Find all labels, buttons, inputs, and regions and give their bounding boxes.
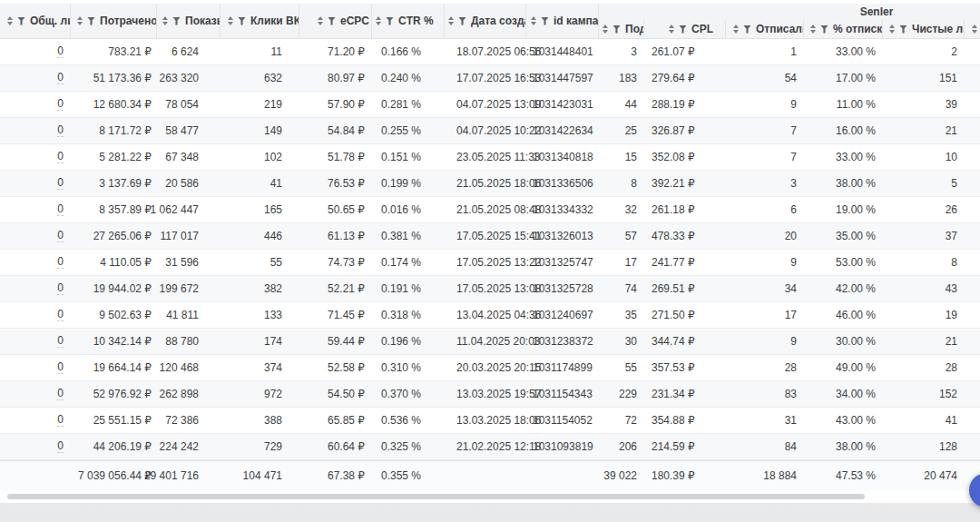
sort-icon[interactable]	[376, 16, 381, 25]
cell-obsh_lim: 0	[0, 197, 71, 222]
limit-value[interactable]: 0	[57, 361, 64, 374]
table-row[interactable]: 027 265.06 ₽117 01744661.13 ₽0.381 %17.0…	[0, 223, 980, 250]
column-header-ecpc[interactable]: eCPC	[299, 4, 372, 38]
limit-value[interactable]: 0	[57, 282, 64, 295]
table-row[interactable]: 05 281.22 ₽67 34810251.78 ₽0.151 %23.05.…	[0, 144, 980, 171]
table-row[interactable]: 0783.21 ₽6 6241171.20 ₽0.166 %18.07.2025…	[0, 39, 980, 65]
limit-value[interactable]: 0	[57, 151, 64, 163]
cell-obsh_lim: 0	[0, 171, 71, 196]
column-header-kliki_vk[interactable]: Клики ВК	[220, 4, 299, 38]
limit-value[interactable]: 0	[57, 335, 64, 348]
sort-icon[interactable]	[810, 25, 816, 34]
cell-chistye_lidy: 8	[883, 250, 965, 275]
sort-icon[interactable]	[603, 25, 608, 34]
cell-pokazy: 31 596	[157, 250, 220, 275]
limit-value[interactable]: 0	[57, 440, 64, 453]
scrollbar-thumb[interactable]	[7, 494, 865, 499]
cell-podpiski: 183	[599, 65, 644, 91]
table-row[interactable]: 019 664.14 ₽120 46837452.58 ₽0.310 %20.0…	[0, 355, 980, 381]
column-header-id_kampanii[interactable]: id кампании	[526, 4, 599, 38]
cell-kliki_vk: 104 471	[220, 461, 299, 490]
sort-icon[interactable]	[733, 25, 739, 34]
sort-icon[interactable]	[448, 16, 454, 25]
filter-icon[interactable]	[386, 17, 394, 25]
cell-pokazy: 224 242	[157, 434, 220, 459]
filter-icon[interactable]	[541, 17, 549, 25]
cell-otpisalis: 1	[726, 39, 804, 64]
table-row[interactable]: 010 342.14 ₽88 78017459.44 ₽0.196 %11.04…	[0, 329, 980, 355]
cell-pokazy: 41 811	[157, 302, 220, 328]
filter-icon[interactable]	[458, 17, 466, 25]
sort-icon[interactable]	[972, 25, 977, 34]
totals-row: 7 039 056.44 ₽29 401 716104 47167.38 ₽0.…	[0, 460, 980, 490]
sort-icon[interactable]	[531, 16, 536, 25]
sort-icon[interactable]	[318, 16, 323, 25]
filter-icon[interactable]	[328, 17, 336, 25]
column-header-cpl[interactable]: CPL	[644, 20, 726, 38]
filter-icon[interactable]	[238, 17, 246, 25]
table-row[interactable]: 04 110.05 ₽31 5965574.73 ₽0.174 %17.05.2…	[0, 250, 980, 276]
limit-value[interactable]: 0	[57, 124, 64, 137]
sort-icon[interactable]	[162, 16, 168, 25]
limit-value[interactable]: 0	[57, 203, 64, 216]
cell-potracheno: 51 173.36 ₽	[71, 65, 157, 91]
horizontal-scrollbar[interactable]	[0, 490, 980, 503]
cell-pokazy: 20 586	[157, 171, 220, 196]
table-row[interactable]: 012 680.34 ₽78 05421957.90 ₽0.281 %04.07…	[0, 92, 980, 118]
cell-id_kampanii: 1031422634	[526, 118, 599, 143]
filter-icon[interactable]	[820, 25, 828, 34]
sort-icon[interactable]	[77, 16, 83, 25]
limit-value[interactable]: 0	[57, 177, 64, 190]
limit-value[interactable]: 0	[57, 45, 64, 58]
sort-icon[interactable]	[7, 16, 13, 25]
filter-icon[interactable]	[172, 17, 181, 25]
sort-icon[interactable]	[889, 25, 895, 34]
cell-pct_otpiski: 38.00 %	[804, 434, 883, 459]
cell-id_kampanii: 1031154343	[526, 381, 599, 407]
cell-id_kampanii: 1031448401	[526, 39, 599, 64]
table-row[interactable]: 051 173.36 ₽263 32063280.97 ₽0.240 %17.0…	[0, 65, 980, 92]
cell-podpiski: 72	[599, 408, 644, 433]
table-row[interactable]: 08 357.89 ₽1 062 44716550.65 ₽0.016 %21.…	[0, 197, 980, 223]
cell-data_sozdaniya: 13.03.2025 19:57	[445, 381, 526, 407]
filter-icon[interactable]	[17, 17, 25, 25]
column-header-potracheno[interactable]: Потрачено	[71, 4, 157, 38]
table-row[interactable]: 019 944.02 ₽199 67238252.21 ₽0.191 %17.0…	[0, 276, 980, 302]
filter-icon[interactable]	[743, 25, 751, 34]
column-header-obsh_lim[interactable]: Общ. лим	[0, 4, 71, 38]
limit-value[interactable]: 0	[57, 98, 64, 111]
limit-value[interactable]: 0	[57, 414, 64, 427]
column-header-pokazy[interactable]: Показы	[157, 4, 220, 38]
filter-icon[interactable]	[899, 25, 907, 34]
column-header-data_sozdaniya[interactable]: Дата создания	[445, 4, 526, 38]
table-row[interactable]: 044 206.19 ₽224 24272960.64 ₽0.325 %21.0…	[0, 434, 980, 460]
column-header-ctr[interactable]: CTR %	[372, 4, 445, 38]
table-row[interactable]: 09 502.63 ₽41 81113371.45 ₽0.318 %13.04.…	[0, 302, 980, 329]
column-header-otpisalis[interactable]: Отписались	[726, 20, 804, 38]
table-row[interactable]: 08 171.72 ₽58 47714954.84 ₽0.255 %04.07.…	[0, 118, 980, 144]
sort-icon[interactable]	[228, 16, 233, 25]
cell-otpisalis: 7	[726, 144, 804, 170]
cell-potracheno: 10 342.14 ₽	[71, 329, 157, 354]
cell-id_kampanii: 1031326013	[526, 223, 599, 249]
limit-value[interactable]: 0	[57, 230, 64, 242]
table-row[interactable]: 052 976.92 ₽262 89897254.50 ₽0.370 %13.0…	[0, 381, 980, 408]
limit-value[interactable]: 0	[57, 72, 64, 84]
limit-value[interactable]: 0	[57, 309, 64, 321]
column-header-podpiski[interactable]: Подпи	[599, 20, 644, 38]
filter-icon[interactable]	[679, 25, 687, 34]
cell-ecpc: 74.73 ₽	[299, 250, 372, 275]
sort-icon[interactable]	[669, 25, 674, 34]
table-row[interactable]: 025 551.15 ₽72 38638865.85 ₽0.536 %13.03…	[0, 408, 980, 434]
cell-chistye_lidy: 10	[883, 144, 965, 170]
limit-value[interactable]: 0	[57, 388, 64, 400]
column-header-pct_otpiski[interactable]: % отписки	[804, 20, 883, 38]
column-header-next_hidden[interactable]	[965, 20, 980, 38]
column-header-chistye_lidy[interactable]: Чистые лиды	[883, 20, 965, 38]
filter-icon[interactable]	[87, 17, 95, 25]
table-row[interactable]: 03 137.69 ₽20 5864176.53 ₽0.199 %21.05.2…	[0, 171, 980, 197]
filter-icon[interactable]	[612, 25, 621, 34]
limit-value[interactable]: 0	[57, 256, 64, 269]
cell-ecpc: 71.45 ₽	[299, 302, 372, 328]
column-label: Отписались	[756, 23, 803, 35]
